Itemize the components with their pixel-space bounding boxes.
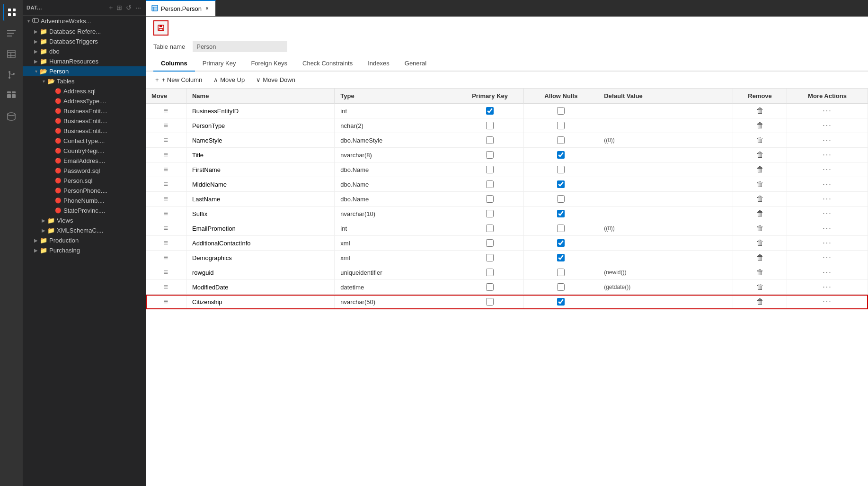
cell-primarykey[interactable] [456,251,524,265]
cell-move[interactable]: ≡ [146,280,186,295]
table-name-input[interactable] [193,41,287,52]
cell-remove[interactable]: 🗑 [733,148,787,162]
primarykey-checkbox[interactable] [486,195,494,203]
allownulls-checkbox[interactable] [557,298,565,306]
primarykey-checkbox[interactable] [486,210,494,217]
tree-item-dbo[interactable]: ▶ 📁 dbo [23,46,146,56]
primarykey-checkbox[interactable] [486,239,494,247]
cell-allownulls[interactable] [524,251,598,265]
tree-item-purchasing[interactable]: ▶ 📁 Purchasing [23,245,146,255]
save-button[interactable] [153,20,168,36]
cell-remove[interactable]: 🗑 [733,177,787,192]
cell-allownulls[interactable] [524,104,598,118]
more-actions-button[interactable]: ··· [823,297,832,306]
move-handle-icon[interactable]: ≡ [164,165,168,173]
cell-primarykey[interactable] [456,133,524,148]
allownulls-checkbox[interactable] [557,269,565,276]
cell-remove[interactable]: 🗑 [733,236,787,251]
cell-move[interactable]: ≡ [146,192,186,207]
primarykey-checkbox[interactable] [486,269,494,276]
cell-moreactions[interactable]: ··· [787,177,868,192]
cell-moreactions[interactable]: ··· [787,162,868,177]
tree-item-businessentit1[interactable]: ▶ 🔴 BusinessEntit.... [23,106,146,116]
move-handle-icon[interactable]: ≡ [164,195,168,203]
cell-moreactions[interactable]: ··· [787,118,868,133]
allownulls-checkbox[interactable] [557,283,565,291]
cell-allownulls[interactable] [524,148,598,162]
cell-remove[interactable]: 🗑 [733,251,787,265]
tab-indexes[interactable]: Indexes [360,56,397,72]
cell-primarykey[interactable] [456,118,524,133]
move-handle-icon[interactable]: ≡ [164,283,168,291]
cell-move[interactable]: ≡ [146,118,186,133]
tab-general[interactable]: General [397,56,434,72]
more-actions-button[interactable]: ··· [823,107,832,115]
cell-remove[interactable]: 🗑 [733,280,787,295]
allownulls-checkbox[interactable] [557,180,565,188]
cell-remove[interactable]: 🗑 [733,162,787,177]
cell-remove[interactable]: 🗑 [733,192,787,207]
remove-button[interactable]: 🗑 [739,283,781,291]
cell-allownulls[interactable] [524,236,598,251]
allownulls-checkbox[interactable] [557,225,565,232]
primarykey-checkbox[interactable] [486,254,494,261]
cell-primarykey[interactable] [456,295,524,309]
source-control-activity-icon[interactable] [3,25,20,42]
allownulls-checkbox[interactable] [557,195,565,203]
cell-moreactions[interactable]: ··· [787,104,868,118]
move-handle-icon[interactable]: ≡ [164,224,168,232]
new-column-button[interactable]: + + New Column [153,75,204,84]
move-handle-icon[interactable]: ≡ [164,121,168,129]
open-folder-icon[interactable]: ⊞ [115,3,123,12]
cell-allownulls[interactable] [524,265,598,280]
tree-item-countryregi[interactable]: ▶ 🔴 CountryRegi.... [23,146,146,156]
tree-item-contacttype[interactable]: ▶ 🔴 ContactType.... [23,136,146,146]
cell-remove[interactable]: 🗑 [733,133,787,148]
more-actions-button[interactable]: ··· [823,195,832,203]
cell-moreactions[interactable]: ··· [787,207,868,221]
refresh-icon[interactable]: ↺ [125,3,133,12]
cell-moreactions[interactable]: ··· [787,148,868,162]
more-actions-button[interactable]: ··· [823,209,832,217]
allownulls-checkbox[interactable] [557,254,565,261]
move-handle-icon[interactable]: ≡ [164,253,168,261]
cell-primarykey[interactable] [456,280,524,295]
primarykey-checkbox[interactable] [486,151,494,159]
cell-move[interactable]: ≡ [146,162,186,177]
cell-move[interactable]: ≡ [146,251,186,265]
tab-primarykey[interactable]: Primary Key [195,56,244,72]
more-actions-button[interactable]: ··· [823,239,832,247]
remove-button[interactable]: 🗑 [739,107,781,115]
cell-move[interactable]: ≡ [146,221,186,236]
cell-move[interactable]: ≡ [146,177,186,192]
remove-button[interactable]: 🗑 [739,224,781,233]
primarykey-checkbox[interactable] [486,122,494,129]
tree-item-dbref[interactable]: ▶ 📁 Database Refere... [23,27,146,36]
allownulls-checkbox[interactable] [557,166,565,173]
remove-button[interactable]: 🗑 [739,209,781,218]
tab-columns[interactable]: Columns [153,56,195,72]
more-actions-button[interactable]: ··· [823,253,832,261]
move-handle-icon[interactable]: ≡ [164,297,168,306]
tree-item-businessentit3[interactable]: ▶ 🔴 BusinessEntit.... [23,126,146,136]
allownulls-checkbox[interactable] [557,107,565,115]
tree-item-businessentit2[interactable]: ▶ 🔴 BusinessEntit.... [23,116,146,126]
more-actions-button[interactable]: ··· [823,151,832,159]
remove-button[interactable]: 🗑 [739,268,781,277]
move-handle-icon[interactable]: ≡ [164,239,168,247]
cell-allownulls[interactable] [524,280,598,295]
remove-button[interactable]: 🗑 [739,121,781,130]
add-connection-icon[interactable]: + [108,3,114,12]
tree-item-views[interactable]: ▶ 📁 Views [23,216,146,225]
remove-button[interactable]: 🗑 [739,195,781,203]
remove-button[interactable]: 🗑 [739,151,781,159]
cell-allownulls[interactable] [524,192,598,207]
cell-move[interactable]: ≡ [146,295,186,309]
more-actions-button[interactable]: ··· [823,283,832,291]
cell-move[interactable]: ≡ [146,236,186,251]
cell-primarykey[interactable] [456,148,524,162]
cell-moreactions[interactable]: ··· [787,192,868,207]
tab-close-button[interactable]: × [204,4,210,13]
tree-item-stateprovinc[interactable]: ▶ 🔴 StateProvinc.... [23,206,146,216]
cell-primarykey[interactable] [456,236,524,251]
